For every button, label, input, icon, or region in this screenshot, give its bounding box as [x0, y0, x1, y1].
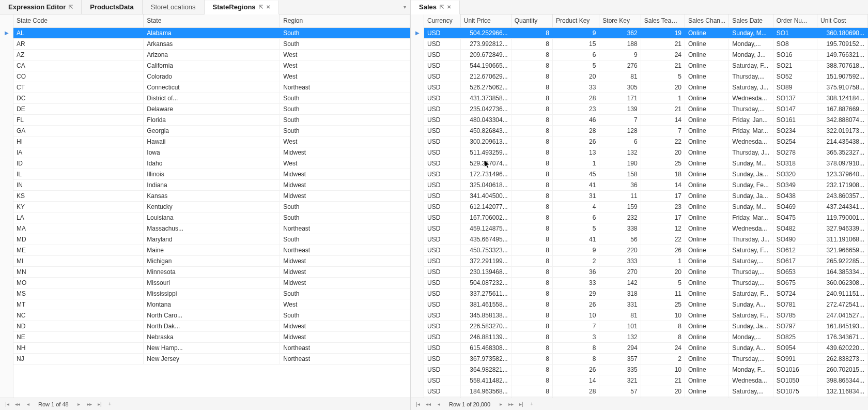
cell[interactable]: 11: [641, 288, 685, 299]
cell[interactable]: Montana: [144, 299, 280, 310]
cell[interactable]: Thursday,...: [729, 71, 773, 82]
cell[interactable]: 612.142077...: [460, 201, 511, 212]
cell[interactable]: USD: [424, 27, 460, 38]
cell[interactable]: KS: [13, 190, 144, 201]
cell[interactable]: West: [280, 60, 410, 71]
cell[interactable]: ND: [13, 321, 144, 331]
cell[interactable]: SO89: [773, 82, 817, 93]
cell[interactable]: USD: [424, 136, 460, 147]
cell[interactable]: 220: [599, 245, 641, 255]
cell[interactable]: 22: [641, 136, 685, 147]
cell[interactable]: 45: [552, 169, 599, 179]
cell[interactable]: 8: [511, 299, 552, 310]
cell[interactable]: Sunday, M...: [729, 201, 773, 212]
table-row[interactable]: USD526.275062...83330520OnlineSaturday, …: [424, 82, 868, 93]
column-header[interactable]: Unit Cost: [817, 14, 868, 27]
cell[interactable]: USD: [424, 71, 460, 82]
table-row[interactable]: USD184.963568...8285720OnlineSaturday,..…: [424, 386, 868, 397]
cell[interactable]: SO147: [773, 103, 817, 114]
cell[interactable]: 8: [511, 71, 552, 82]
cell[interactable]: 450.826843...: [460, 125, 511, 136]
cell[interactable]: Indiana: [144, 179, 280, 190]
cell[interactable]: South: [280, 38, 410, 49]
cell[interactable]: USD: [424, 397, 460, 398]
cell[interactable]: 141: [599, 397, 641, 398]
cell[interactable]: South: [280, 234, 410, 245]
cell[interactable]: Sunday, Ja...: [729, 169, 773, 179]
cell[interactable]: 8: [511, 179, 552, 190]
table-row[interactable]: USD612.142077...8415923OnlineSunday, M..…: [424, 201, 868, 212]
cell[interactable]: 311.191068...: [817, 234, 868, 245]
cell[interactable]: SO234: [773, 125, 817, 136]
sales-grid[interactable]: CurrencyUnit PriceQuantityProduct KeySto…: [424, 14, 868, 398]
table-row[interactable]: MAMassachus...Northeast: [13, 223, 410, 234]
column-header[interactable]: Unit Price: [460, 14, 511, 27]
cell[interactable]: 24: [641, 342, 685, 353]
nav-prev-page-button[interactable]: ◂◂: [13, 401, 22, 407]
cell[interactable]: USD: [424, 38, 460, 49]
cell[interactable]: 265.922285...: [817, 255, 868, 266]
cell[interactable]: USD: [424, 299, 460, 310]
cell[interactable]: 10: [641, 310, 685, 321]
cell[interactable]: 214.435438...: [817, 136, 868, 147]
cell[interactable]: 544.190665...: [460, 60, 511, 71]
table-row[interactable]: USD273.992812...81518821OnlineMonday,...…: [424, 38, 868, 49]
cell[interactable]: 20: [641, 266, 685, 277]
table-row[interactable]: CTConnecticutNortheast: [13, 82, 410, 93]
table-row[interactable]: USD431.373858...8281711OnlineWednesda...…: [424, 93, 868, 103]
cell[interactable]: 333: [599, 255, 641, 266]
cell[interactable]: Online: [685, 49, 729, 60]
cell[interactable]: 8: [511, 321, 552, 331]
tab-productsdata[interactable]: ProductsData: [82, 0, 143, 14]
table-row[interactable]: USD435.667495...8415622OnlineThursday, J…: [424, 234, 868, 245]
cell[interactable]: West: [280, 136, 410, 147]
cell[interactable]: 195.709152...: [817, 38, 868, 49]
cell[interactable]: Thursday,...: [729, 266, 773, 277]
cell[interactable]: Online: [685, 60, 729, 71]
cell[interactable]: West: [280, 49, 410, 60]
cell[interactable]: SO52: [773, 71, 817, 82]
cell[interactable]: USD: [424, 179, 460, 190]
cell[interactable]: ID: [13, 158, 144, 169]
cell[interactable]: 480.043304...: [460, 114, 511, 125]
cell[interactable]: MA: [13, 223, 144, 234]
cell[interactable]: 188: [599, 38, 641, 49]
cell[interactable]: Online: [685, 27, 729, 38]
cell[interactable]: Online: [685, 71, 729, 82]
tab-stateregions[interactable]: StateRegions⇱✕: [205, 1, 279, 14]
cell[interactable]: 362: [599, 27, 641, 38]
cell[interactable]: 4: [552, 201, 599, 212]
cell[interactable]: 81: [599, 310, 641, 321]
cell[interactable]: Alabama: [144, 27, 280, 38]
nav-prev-page-button[interactable]: ◂◂: [424, 401, 432, 407]
cell[interactable]: LA: [13, 212, 144, 223]
table-row[interactable]: USD450.753323...8922026OnlineSaturday, F…: [424, 245, 868, 255]
cell[interactable]: 39: [552, 397, 599, 398]
cell[interactable]: 149.766321...: [817, 49, 868, 60]
cell[interactable]: Online: [685, 364, 729, 375]
cell[interactable]: MN: [13, 266, 144, 277]
table-row[interactable]: USD212.670629...820815OnlineThursday,...…: [424, 71, 868, 82]
cell[interactable]: Online: [685, 386, 729, 397]
cell[interactable]: CO: [13, 71, 144, 82]
table-row[interactable]: USD544.190665...8527621OnlineSaturday, F…: [424, 60, 868, 71]
cell[interactable]: Wednesda...: [729, 375, 773, 386]
cell[interactable]: 123.379640...: [817, 169, 868, 179]
table-row[interactable]: USD367.973582...883572OnlineThursday,...…: [424, 353, 868, 364]
cell[interactable]: 41: [552, 234, 599, 245]
cell[interactable]: 14: [641, 114, 685, 125]
table-row[interactable]: GAGeorgiaSouth: [13, 125, 410, 136]
cell[interactable]: 459.124875...: [460, 223, 511, 234]
table-row[interactable]: USD167.706002...8623217OnlineFriday, Mar…: [424, 212, 868, 223]
cell[interactable]: 435.667495...: [460, 234, 511, 245]
cell[interactable]: MT: [13, 299, 144, 310]
cell[interactable]: New Hamp...: [144, 342, 280, 353]
cell[interactable]: Kentucky: [144, 201, 280, 212]
cell[interactable]: 3: [552, 331, 599, 342]
table-row[interactable]: IDIdahoWest: [13, 158, 410, 169]
cell[interactable]: 342.888074...: [817, 114, 868, 125]
cell[interactable]: 151.907592...: [817, 71, 868, 82]
cell[interactable]: Midwest: [280, 277, 410, 288]
cell[interactable]: Midwest: [280, 179, 410, 190]
cell[interactable]: Midwest: [280, 321, 410, 331]
